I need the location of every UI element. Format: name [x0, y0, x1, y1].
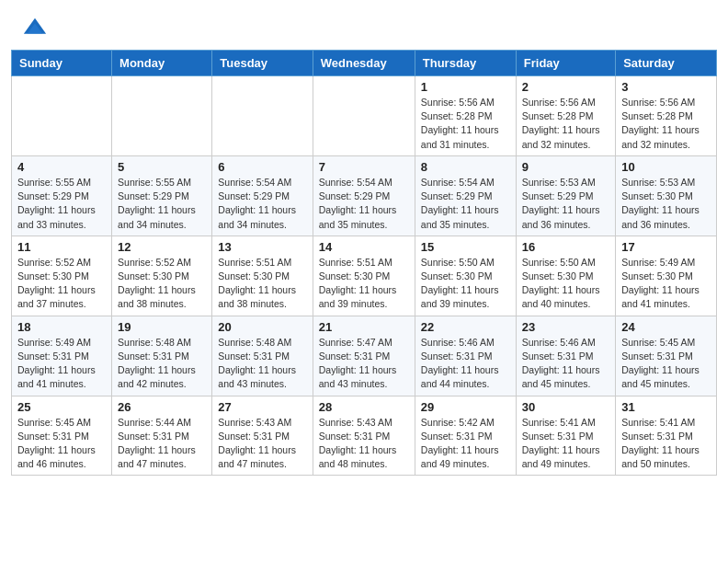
day-number: 8	[421, 160, 510, 174]
day-number: 4	[17, 160, 106, 174]
page-header	[0, 0, 728, 50]
col-header-saturday: Saturday	[616, 51, 717, 76]
day-info: Sunrise: 5:53 AM Sunset: 5:30 PM Dayligh…	[621, 176, 711, 232]
day-number: 24	[621, 320, 711, 334]
day-info: Sunrise: 5:52 AM Sunset: 5:30 PM Dayligh…	[17, 256, 106, 312]
day-number: 20	[218, 320, 306, 334]
calendar-cell: 13Sunrise: 5:51 AM Sunset: 5:30 PM Dayli…	[212, 236, 313, 316]
day-info: Sunrise: 5:51 AM Sunset: 5:30 PM Dayligh…	[218, 256, 306, 312]
day-number: 27	[218, 400, 306, 414]
day-number: 19	[118, 320, 206, 334]
col-header-thursday: Thursday	[415, 51, 516, 76]
calendar-cell: 19Sunrise: 5:48 AM Sunset: 5:31 PM Dayli…	[112, 316, 212, 396]
calendar-cell: 3Sunrise: 5:56 AM Sunset: 5:28 PM Daylig…	[616, 76, 717, 156]
calendar-cell: 31Sunrise: 5:41 AM Sunset: 5:31 PM Dayli…	[616, 396, 717, 476]
calendar-cell: 5Sunrise: 5:55 AM Sunset: 5:29 PM Daylig…	[112, 155, 212, 236]
calendar-cell	[212, 76, 313, 156]
calendar-cell: 20Sunrise: 5:48 AM Sunset: 5:31 PM Dayli…	[212, 316, 313, 396]
day-info: Sunrise: 5:56 AM Sunset: 5:28 PM Dayligh…	[522, 96, 609, 152]
day-number: 25	[17, 400, 106, 414]
day-info: Sunrise: 5:43 AM Sunset: 5:31 PM Dayligh…	[218, 416, 306, 472]
calendar-cell: 18Sunrise: 5:49 AM Sunset: 5:31 PM Dayli…	[12, 316, 112, 396]
calendar-cell: 8Sunrise: 5:54 AM Sunset: 5:29 PM Daylig…	[415, 155, 516, 236]
day-number: 15	[421, 240, 510, 254]
day-number: 17	[621, 240, 711, 254]
calendar-cell	[112, 76, 212, 156]
day-info: Sunrise: 5:54 AM Sunset: 5:29 PM Dayligh…	[218, 176, 306, 232]
col-header-sunday: Sunday	[12, 51, 112, 76]
day-info: Sunrise: 5:51 AM Sunset: 5:30 PM Dayligh…	[319, 256, 409, 312]
col-header-wednesday: Wednesday	[313, 51, 415, 76]
day-number: 12	[118, 240, 206, 254]
day-info: Sunrise: 5:41 AM Sunset: 5:31 PM Dayligh…	[621, 416, 711, 472]
day-number: 30	[522, 400, 609, 414]
day-info: Sunrise: 5:44 AM Sunset: 5:31 PM Dayligh…	[118, 416, 206, 472]
day-info: Sunrise: 5:49 AM Sunset: 5:31 PM Dayligh…	[17, 336, 106, 392]
day-number: 22	[421, 320, 510, 334]
col-header-monday: Monday	[112, 51, 212, 76]
day-number: 14	[319, 240, 409, 254]
col-header-tuesday: Tuesday	[212, 51, 313, 76]
day-number: 26	[118, 400, 206, 414]
day-number: 11	[17, 240, 106, 254]
day-number: 28	[319, 400, 409, 414]
calendar-cell: 10Sunrise: 5:53 AM Sunset: 5:30 PM Dayli…	[616, 155, 717, 236]
calendar-cell: 30Sunrise: 5:41 AM Sunset: 5:31 PM Dayli…	[516, 396, 615, 476]
day-info: Sunrise: 5:45 AM Sunset: 5:31 PM Dayligh…	[17, 416, 106, 472]
logo-icon	[22, 17, 48, 42]
day-info: Sunrise: 5:46 AM Sunset: 5:31 PM Dayligh…	[421, 336, 510, 392]
calendar-cell: 23Sunrise: 5:46 AM Sunset: 5:31 PM Dayli…	[516, 316, 615, 396]
day-info: Sunrise: 5:48 AM Sunset: 5:31 PM Dayligh…	[118, 336, 206, 392]
day-info: Sunrise: 5:54 AM Sunset: 5:29 PM Dayligh…	[421, 176, 510, 232]
calendar-cell: 26Sunrise: 5:44 AM Sunset: 5:31 PM Dayli…	[112, 396, 212, 476]
day-info: Sunrise: 5:56 AM Sunset: 5:28 PM Dayligh…	[421, 96, 510, 152]
calendar-table: SundayMondayTuesdayWednesdayThursdayFrid…	[11, 50, 717, 476]
calendar-cell: 22Sunrise: 5:46 AM Sunset: 5:31 PM Dayli…	[415, 316, 516, 396]
calendar-cell: 14Sunrise: 5:51 AM Sunset: 5:30 PM Dayli…	[313, 236, 415, 316]
day-number: 7	[319, 160, 409, 174]
day-info: Sunrise: 5:43 AM Sunset: 5:31 PM Dayligh…	[319, 416, 409, 472]
calendar-cell: 4Sunrise: 5:55 AM Sunset: 5:29 PM Daylig…	[12, 155, 112, 236]
calendar-cell: 2Sunrise: 5:56 AM Sunset: 5:28 PM Daylig…	[516, 76, 615, 156]
day-info: Sunrise: 5:56 AM Sunset: 5:28 PM Dayligh…	[621, 96, 711, 152]
day-info: Sunrise: 5:50 AM Sunset: 5:30 PM Dayligh…	[421, 256, 510, 312]
day-info: Sunrise: 5:42 AM Sunset: 5:31 PM Dayligh…	[421, 416, 510, 472]
day-number: 29	[421, 400, 510, 414]
day-number: 13	[218, 240, 306, 254]
day-info: Sunrise: 5:49 AM Sunset: 5:30 PM Dayligh…	[621, 256, 711, 312]
day-info: Sunrise: 5:41 AM Sunset: 5:31 PM Dayligh…	[522, 416, 609, 472]
calendar-cell: 1Sunrise: 5:56 AM Sunset: 5:28 PM Daylig…	[415, 76, 516, 156]
calendar-cell: 21Sunrise: 5:47 AM Sunset: 5:31 PM Dayli…	[313, 316, 415, 396]
day-number: 3	[621, 80, 711, 94]
calendar-cell: 7Sunrise: 5:54 AM Sunset: 5:29 PM Daylig…	[313, 155, 415, 236]
day-number: 1	[421, 80, 510, 94]
logo	[22, 17, 51, 42]
day-number: 9	[522, 160, 609, 174]
calendar-cell: 16Sunrise: 5:50 AM Sunset: 5:30 PM Dayli…	[516, 236, 615, 316]
calendar-cell	[12, 76, 112, 156]
day-info: Sunrise: 5:54 AM Sunset: 5:29 PM Dayligh…	[319, 176, 409, 232]
day-info: Sunrise: 5:50 AM Sunset: 5:30 PM Dayligh…	[522, 256, 609, 312]
day-info: Sunrise: 5:53 AM Sunset: 5:29 PM Dayligh…	[522, 176, 609, 232]
calendar-cell: 27Sunrise: 5:43 AM Sunset: 5:31 PM Dayli…	[212, 396, 313, 476]
col-header-friday: Friday	[516, 51, 615, 76]
day-number: 31	[621, 400, 711, 414]
calendar-cell: 9Sunrise: 5:53 AM Sunset: 5:29 PM Daylig…	[516, 155, 615, 236]
day-info: Sunrise: 5:45 AM Sunset: 5:31 PM Dayligh…	[621, 336, 711, 392]
day-info: Sunrise: 5:46 AM Sunset: 5:31 PM Dayligh…	[522, 336, 609, 392]
day-info: Sunrise: 5:55 AM Sunset: 5:29 PM Dayligh…	[118, 176, 206, 232]
calendar-cell: 15Sunrise: 5:50 AM Sunset: 5:30 PM Dayli…	[415, 236, 516, 316]
day-number: 10	[621, 160, 711, 174]
calendar-cell: 25Sunrise: 5:45 AM Sunset: 5:31 PM Dayli…	[12, 396, 112, 476]
day-number: 5	[118, 160, 206, 174]
day-info: Sunrise: 5:52 AM Sunset: 5:30 PM Dayligh…	[118, 256, 206, 312]
day-number: 16	[522, 240, 609, 254]
calendar-cell: 12Sunrise: 5:52 AM Sunset: 5:30 PM Dayli…	[112, 236, 212, 316]
day-number: 18	[17, 320, 106, 334]
day-number: 21	[319, 320, 409, 334]
calendar-cell: 11Sunrise: 5:52 AM Sunset: 5:30 PM Dayli…	[12, 236, 112, 316]
calendar-wrapper: SundayMondayTuesdayWednesdayThursdayFrid…	[0, 50, 728, 487]
calendar-cell: 24Sunrise: 5:45 AM Sunset: 5:31 PM Dayli…	[616, 316, 717, 396]
day-number: 6	[218, 160, 306, 174]
calendar-cell: 28Sunrise: 5:43 AM Sunset: 5:31 PM Dayli…	[313, 396, 415, 476]
